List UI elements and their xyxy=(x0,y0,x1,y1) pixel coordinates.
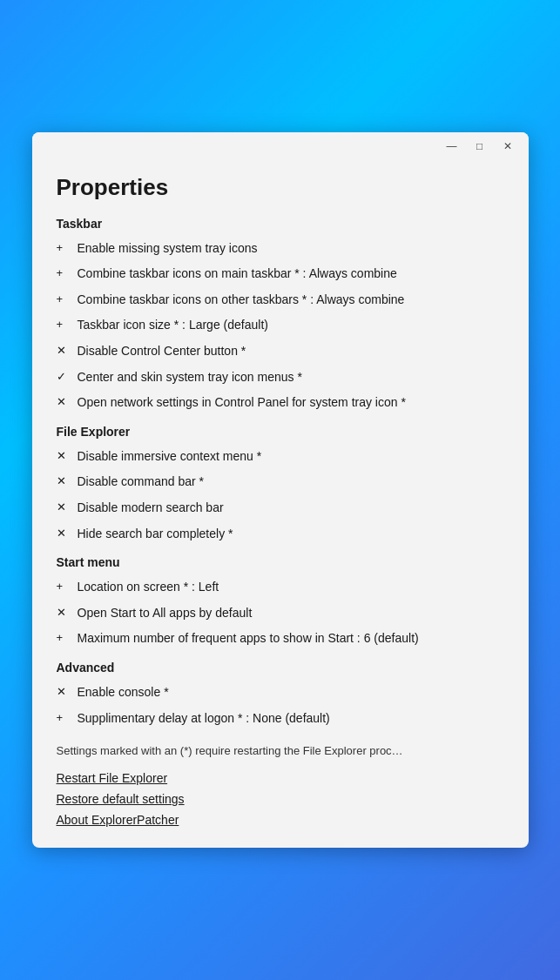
section-header-file-explorer: File Explorer xyxy=(57,425,504,439)
minimize-button[interactable]: — xyxy=(440,138,464,155)
list-item-start-menu-1[interactable]: ✕Open Start to All apps by default xyxy=(57,601,504,627)
list-item-file-explorer-2[interactable]: ✕Disable modern search bar xyxy=(57,495,504,521)
item-text-file-explorer-0: Disable immersive context menu * xyxy=(78,448,504,466)
item-text-taskbar-3: Taskbar icon size * : Large (default) xyxy=(78,317,504,334)
item-icon-taskbar-5: ✓ xyxy=(57,370,71,383)
section-header-start-menu: Start menu xyxy=(57,555,504,569)
item-icon-taskbar-4: ✕ xyxy=(57,344,71,357)
item-icon-taskbar-6: ✕ xyxy=(57,395,71,408)
item-text-taskbar-2: Combine taskbar icons on other taskbars … xyxy=(78,292,504,309)
list-item-start-menu-2[interactable]: +Maximum number of frequent apps to show… xyxy=(57,626,504,652)
item-icon-file-explorer-2: ✕ xyxy=(57,500,71,513)
item-icon-file-explorer-0: ✕ xyxy=(57,449,71,462)
list-item-taskbar-1[interactable]: +Combine taskbar icons on main taskbar *… xyxy=(57,261,504,287)
maximize-button[interactable]: □ xyxy=(468,138,492,155)
item-text-advanced-1: Supplimentary delay at logon * : None (d… xyxy=(78,710,504,728)
item-icon-taskbar-1: + xyxy=(57,266,71,279)
section-header-taskbar: Taskbar xyxy=(57,217,504,231)
list-item-taskbar-4[interactable]: ✕Disable Control Center button * xyxy=(57,339,504,365)
item-text-file-explorer-1: Disable command bar * xyxy=(78,473,504,491)
list-item-advanced-0[interactable]: ✕Enable console * xyxy=(57,680,504,706)
item-icon-advanced-0: ✕ xyxy=(57,685,71,698)
item-icon-start-menu-2: + xyxy=(57,631,71,644)
item-text-taskbar-0: Enable missing system tray icons xyxy=(78,240,504,258)
item-text-taskbar-6: Open network settings in Control Panel f… xyxy=(78,394,504,412)
list-item-advanced-1[interactable]: +Supplimentary delay at logon * : None (… xyxy=(57,706,504,732)
list-item-taskbar-0[interactable]: +Enable missing system tray icons xyxy=(57,236,504,262)
item-icon-taskbar-3: + xyxy=(57,318,71,331)
list-item-start-menu-0[interactable]: +Location on screen * : Left xyxy=(57,574,504,601)
list-item-taskbar-3[interactable]: +Taskbar icon size * : Large (default) xyxy=(57,312,504,339)
item-text-taskbar-4: Disable Control Center button * xyxy=(78,343,504,360)
content-area: Properties Taskbar+Enable missing system… xyxy=(32,160,529,849)
footer-links: Restart File ExplorerRestore default set… xyxy=(57,768,504,830)
item-text-start-menu-2: Maximum number of frequent apps to show … xyxy=(78,630,504,648)
item-icon-file-explorer-3: ✕ xyxy=(57,527,71,540)
list-item-taskbar-5[interactable]: ✓Center and skin system tray icon menus … xyxy=(57,365,504,391)
section-header-advanced: Advanced xyxy=(57,661,504,675)
item-text-file-explorer-2: Disable modern search bar xyxy=(78,500,504,517)
item-icon-taskbar-0: + xyxy=(57,241,71,254)
list-item-file-explorer-1[interactable]: ✕Disable command bar * xyxy=(57,469,504,495)
item-text-taskbar-1: Combine taskbar icons on main taskbar * … xyxy=(78,265,504,283)
item-text-taskbar-5: Center and skin system tray icon menus * xyxy=(78,369,504,386)
item-text-start-menu-1: Open Start to All apps by default xyxy=(78,605,504,622)
footer-link-2[interactable]: About ExplorerPatcher xyxy=(57,809,504,830)
footer-note: Settings marked with an (*) require rest… xyxy=(57,743,504,759)
item-icon-file-explorer-1: ✕ xyxy=(57,474,71,487)
list-item-file-explorer-3[interactable]: ✕Hide search bar completely * xyxy=(57,521,504,547)
footer-link-1[interactable]: Restore default settings xyxy=(57,789,504,809)
page-title: Properties xyxy=(57,174,504,201)
item-icon-start-menu-1: ✕ xyxy=(57,606,71,619)
list-item-taskbar-6[interactable]: ✕Open network settings in Control Panel … xyxy=(57,390,504,416)
item-text-start-menu-0: Location on screen * : Left xyxy=(78,579,504,596)
item-text-advanced-0: Enable console * xyxy=(78,684,504,701)
item-text-file-explorer-3: Hide search bar completely * xyxy=(78,526,504,543)
list-item-taskbar-2[interactable]: +Combine taskbar icons on other taskbars… xyxy=(57,287,504,313)
title-bar: — □ ✕ xyxy=(32,132,529,160)
list-item-file-explorer-0[interactable]: ✕Disable immersive context menu * xyxy=(57,444,504,470)
sections-container: Taskbar+Enable missing system tray icons… xyxy=(57,217,504,732)
item-icon-taskbar-2: + xyxy=(57,292,71,305)
item-icon-start-menu-0: + xyxy=(57,580,71,593)
item-icon-advanced-1: + xyxy=(57,711,71,724)
footer-link-0[interactable]: Restart File Explorer xyxy=(57,768,504,789)
properties-window: — □ ✕ Properties Taskbar+Enable missing … xyxy=(32,132,529,849)
close-button[interactable]: ✕ xyxy=(496,138,520,155)
